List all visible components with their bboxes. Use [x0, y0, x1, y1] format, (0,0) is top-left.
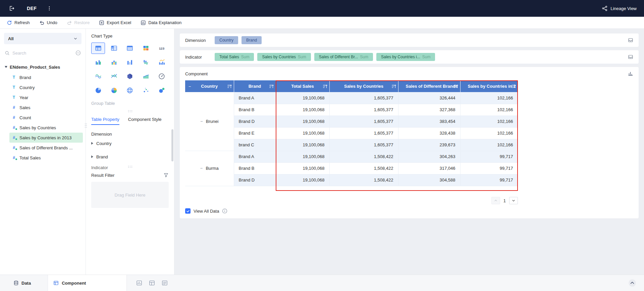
insert-actions [136, 280, 168, 286]
sidebar-resize-handle[interactable] [85, 123, 87, 128]
panel-scrollbar[interactable] [171, 129, 173, 161]
tree-root-dataset[interactable]: ENdemo_Product_Sales [0, 62, 86, 72]
tree-item-sales[interactable]: #Sales [9, 102, 83, 113]
tree-item-total-sales[interactable]: #Total Sales [9, 153, 83, 163]
chart-type-group-table-icon[interactable] [91, 43, 105, 54]
collapse-group-icon[interactable]: − [200, 166, 203, 171]
result-filter-dropzone[interactable]: Drag Field Here [91, 182, 169, 208]
column-header-sales-by-countries-in-2[interactable]: Sales by Countries in 2 [460, 80, 518, 92]
column-header-total-sales[interactable]: Total Sales [276, 80, 329, 92]
tree-item-year[interactable]: TYear [9, 92, 83, 102]
column-header-label: Sales by Countries [344, 84, 383, 89]
view-all-checkbox[interactable] [185, 208, 191, 214]
indicator-pill-sales-by-countries-i[interactable]: Sales by Countries i...Sum [376, 53, 435, 61]
chart-type-combo-chart-icon[interactable] [155, 57, 169, 68]
tree-item-count[interactable]: #Count [9, 113, 83, 123]
section-resize-handle-icon[interactable] [128, 165, 132, 168]
column-header-sales-by-countries[interactable]: Sales by Countries [329, 80, 398, 92]
tab-table-property[interactable]: Table Property [91, 114, 119, 125]
chart-type-grouped-column-icon[interactable] [91, 57, 105, 68]
dimension-pill-country[interactable]: Country [215, 36, 238, 44]
switch-chart-icon[interactable] [628, 71, 633, 76]
more-options-icon[interactable] [75, 50, 81, 56]
collapse-group-icon[interactable]: − [200, 119, 203, 124]
result-filter-icon[interactable] [163, 172, 169, 178]
column-header-brand[interactable]: Brand [234, 80, 276, 92]
collapse-bottombar-button[interactable] [628, 279, 637, 287]
insert-chart-icon[interactable] [136, 280, 142, 286]
tree-expand-icon[interactable] [5, 66, 7, 68]
indicator-pill-sales-of-different-br[interactable]: Sales of Different Br...Sum [314, 53, 373, 61]
search-icon [5, 51, 10, 56]
value-cell: 326,444 [398, 92, 460, 104]
chart-type-kpi-123-icon[interactable]: 123 [155, 43, 169, 54]
column-header-sales-of-different-brands[interactable]: Sales of Different Brands [398, 80, 460, 92]
chart-type-line-icon[interactable] [91, 71, 105, 82]
calc-field-icon: # [11, 145, 16, 150]
kebab-menu-icon[interactable] [45, 4, 53, 12]
tree-item-sales-by-countries-in-2013[interactable]: #Sales by Countries in 2013 [9, 133, 83, 143]
insert-note-icon[interactable] [162, 280, 168, 286]
restore-button[interactable]: Restore [67, 20, 90, 25]
sort-icon[interactable] [323, 84, 327, 89]
chart-type-bubble-icon[interactable] [155, 85, 169, 96]
search-input[interactable] [12, 51, 73, 56]
tab-component-style[interactable]: Component Style [128, 114, 162, 125]
tree-item-brand[interactable]: TBrand [9, 72, 83, 82]
tab-data[interactable]: Data [13, 280, 31, 286]
chart-type-gauge-icon[interactable] [155, 71, 169, 82]
tree-item-sales-of-different-brands[interactable]: #Sales of Different Brands ... [9, 143, 83, 153]
chart-type-cross-table-icon[interactable] [107, 43, 121, 54]
chart-type-column-icon[interactable] [123, 57, 137, 68]
indicator-pill-total-sales[interactable]: Total SalesSum [215, 53, 254, 61]
value-cell: 317,046 [398, 162, 460, 174]
refresh-button[interactable]: Refresh [7, 20, 30, 25]
tree-item-country[interactable]: TCountry [9, 82, 83, 92]
indicator-pill-sales-by-countries[interactable]: Sales by CountriesSum [257, 53, 311, 61]
chart-type-rose-chart-icon[interactable] [107, 85, 121, 96]
panel-field-brand[interactable]: Brand [91, 150, 169, 163]
panel-section-resize[interactable]: Indicator [91, 165, 169, 170]
caret-right-icon[interactable] [91, 142, 93, 145]
indicator-pills: Total SalesSumSales by CountriesSumSales… [215, 53, 628, 61]
collapse-all-icon[interactable]: − [189, 84, 191, 89]
tab-component[interactable]: Component [48, 275, 127, 291]
dataset-scope-dropdown[interactable]: All [4, 33, 82, 44]
chart-type-map-icon[interactable] [123, 85, 137, 96]
value-cell: 328,438 [398, 127, 460, 139]
chart-type-multi-series-line-icon[interactable] [107, 71, 121, 82]
exit-icon[interactable] [7, 4, 16, 13]
panel-resize-handle-icon[interactable] [128, 110, 132, 113]
chart-type-scatter-icon[interactable] [139, 85, 153, 96]
chart-type-funnel-icon[interactable] [123, 71, 137, 82]
chart-type-color-block-icon[interactable] [139, 43, 153, 54]
chart-type-detail-table-icon[interactable] [123, 43, 137, 54]
chart-type-area-icon[interactable] [139, 71, 153, 82]
column-header-country[interactable]: −Country [185, 80, 234, 92]
page-up-button[interactable] [491, 197, 500, 204]
sort-icon[interactable] [269, 84, 274, 89]
tree-item-sales-by-countries[interactable]: #Sales by Countries [9, 123, 83, 133]
data-explanation-button[interactable]: Data Explanation [141, 20, 181, 25]
info-icon[interactable] [222, 208, 227, 214]
sort-icon[interactable] [391, 84, 396, 89]
sort-icon[interactable] [453, 84, 458, 89]
sort-icon[interactable] [511, 84, 516, 89]
toolbar: Refresh Undo Restore Export Excel Data E… [0, 17, 644, 29]
caret-right-icon[interactable] [91, 155, 93, 158]
undo-button[interactable]: Undo [39, 20, 57, 25]
chart-type-bidirectional-bar-icon[interactable] [139, 57, 153, 68]
chart-type-stacked-column-icon[interactable] [107, 57, 121, 68]
table-row: Brand D19,100,0681,508,422304,58899,717 [185, 174, 518, 186]
panel-field-country[interactable]: Country [91, 137, 169, 150]
insert-dashboard-icon[interactable] [149, 280, 155, 286]
fold-indicator-icon[interactable] [628, 54, 633, 60]
dimension-pill-brand[interactable]: Brand [241, 36, 262, 44]
fold-dimension-icon[interactable] [628, 38, 633, 43]
page-down-button[interactable] [509, 197, 518, 204]
sort-icon[interactable] [227, 84, 232, 89]
chart-type-pie-icon[interactable] [91, 85, 105, 96]
export-excel-button[interactable]: Export Excel [99, 20, 131, 25]
lineage-view-button[interactable]: Lineage View [602, 5, 637, 11]
table-row: −BruneiBrand A19,100,0681,605,377326,444… [185, 92, 518, 104]
